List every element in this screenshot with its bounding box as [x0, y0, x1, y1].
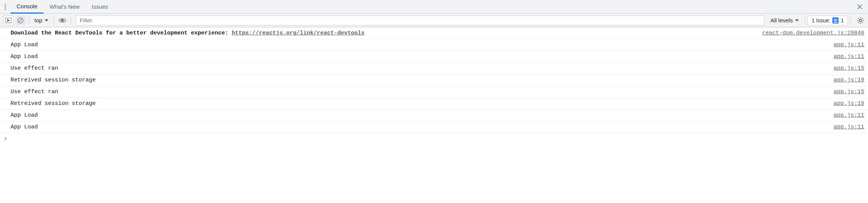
tab-whats-new[interactable]: What's New	[43, 0, 86, 14]
log-message: App Load	[11, 53, 834, 61]
svg-point-2	[5, 8, 6, 9]
levels-label: All levels	[770, 17, 793, 23]
log-levels-selector[interactable]: All levels	[767, 17, 803, 23]
close-panel-icon[interactable]	[854, 0, 865, 14]
log-message: Retreived session storage	[11, 76, 834, 84]
log-row: App Load app.js:11	[0, 39, 868, 51]
log-source-link[interactable]: app.js:15	[834, 64, 866, 73]
settings-button[interactable]	[855, 15, 866, 26]
log-row: Download the React DevTools for a better…	[0, 27, 868, 39]
context-label: top	[34, 17, 42, 23]
issue-count: 1	[841, 17, 844, 23]
clear-console-button[interactable]	[15, 16, 26, 25]
log-source-link[interactable]: app.js:11	[834, 41, 866, 49]
tab-issues[interactable]: Issues	[86, 0, 114, 14]
svg-line-12	[862, 22, 863, 23]
console-toolbar: top All levels 1 Issue: 1	[0, 14, 868, 27]
issue-icon	[832, 17, 839, 23]
svg-point-1	[5, 6, 6, 7]
filter-input[interactable]	[76, 16, 764, 25]
issues-pill[interactable]: 1 Issue: 1	[808, 16, 848, 25]
log-message: App Load	[11, 41, 834, 49]
devtools-panel: Console What's New Issues top All levels	[0, 0, 868, 144]
tab-console[interactable]: Console	[11, 0, 43, 14]
log-message: Use effect ran	[11, 88, 834, 96]
issue-label: 1 Issue:	[812, 17, 830, 23]
log-message: App Load	[11, 111, 834, 120]
svg-line-14	[862, 18, 863, 19]
execution-context-selector[interactable]: top	[31, 16, 51, 25]
log-row: Retreived session storage app.js:19	[0, 75, 868, 86]
log-source-link[interactable]: app.js:11	[834, 123, 866, 131]
console-log-area: Download the React DevTools for a better…	[0, 27, 868, 144]
log-row: Retreived session storage app.js:19	[0, 98, 868, 110]
log-source-link[interactable]: app.js:19	[834, 100, 866, 108]
toggle-sidebar-button[interactable]	[3, 16, 14, 25]
log-row: App Load app.js:11	[0, 110, 868, 122]
log-source-link[interactable]: app.js:11	[834, 111, 866, 120]
log-row: App Load app.js:11	[0, 122, 868, 133]
log-row: Use effect ran app.js:15	[0, 86, 868, 98]
chevron-down-icon	[45, 19, 48, 22]
log-source-link[interactable]: app.js:15	[834, 88, 866, 96]
log-message: Retreived session storage	[11, 100, 834, 108]
prompt-caret-icon: ›	[4, 135, 8, 142]
chevron-down-icon	[795, 19, 799, 22]
live-expression-button[interactable]	[57, 16, 68, 25]
log-message: Use effect ran	[11, 64, 834, 73]
svg-point-6	[859, 19, 862, 22]
svg-point-5	[61, 19, 64, 21]
svg-line-11	[858, 18, 859, 19]
divider	[71, 17, 71, 24]
log-link[interactable]: https://reactjs.org/link/react-devtools	[232, 30, 364, 36]
divider	[805, 17, 805, 24]
svg-point-0	[5, 4, 6, 5]
log-row: App Load app.js:11	[0, 51, 868, 63]
log-source-link[interactable]: app.js:11	[834, 53, 866, 61]
more-menu-icon[interactable]	[0, 0, 11, 14]
divider	[54, 17, 54, 24]
svg-line-13	[858, 22, 859, 23]
log-message: App Load	[11, 123, 834, 131]
log-message: Download the React DevTools for a better…	[11, 29, 762, 37]
log-source-link[interactable]: app.js:19	[834, 76, 866, 84]
console-prompt[interactable]: ›	[0, 133, 868, 144]
divider	[850, 17, 851, 24]
tab-bar: Console What's New Issues	[0, 0, 868, 14]
divider	[29, 17, 29, 24]
log-row: Use effect ran app.js:15	[0, 63, 868, 75]
log-source-link[interactable]: react-dom.development.js:29840	[762, 29, 866, 37]
